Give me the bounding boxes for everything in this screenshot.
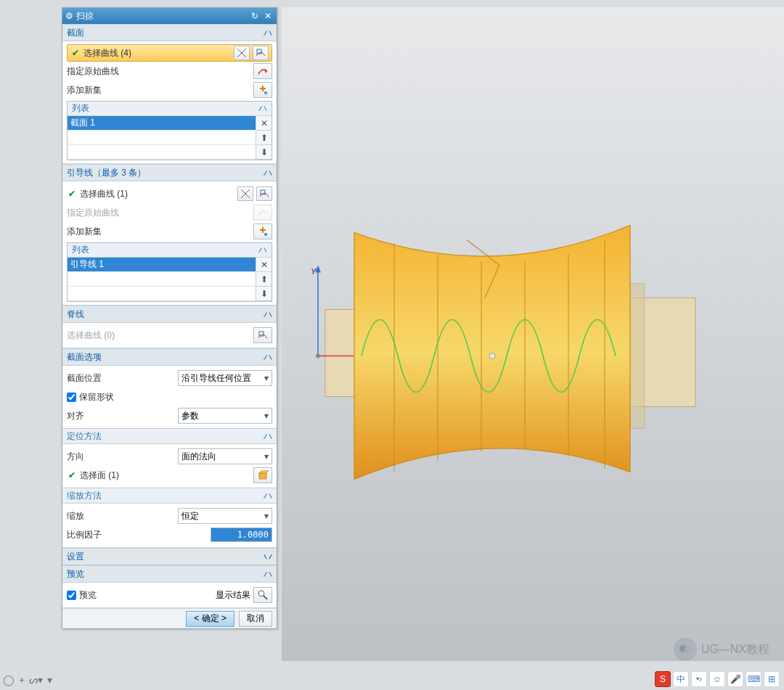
move-up-icon[interactable]: ⬆ xyxy=(256,131,271,145)
remove-icon[interactable]: ✕ xyxy=(256,258,271,272)
add-new-icon[interactable] xyxy=(253,82,272,98)
chevron-up-icon: ハ xyxy=(264,568,272,580)
section-head-jmxx[interactable]: 截面选项 ハ xyxy=(62,348,277,366)
specify-orig-label: 指定原始曲线 xyxy=(67,207,250,219)
keep-shape-checkbox[interactable] xyxy=(67,393,76,402)
check-icon: ✔ xyxy=(67,189,77,199)
ime-taskbar: S 中 •› ☺ 🎤 ⌨ ⊞ xyxy=(655,671,780,687)
dropdown-icon[interactable]: ▾ xyxy=(47,674,52,686)
ime-lang-icon[interactable]: 中 xyxy=(673,671,689,687)
watermark: UG—NX教程 xyxy=(674,638,769,661)
panel-footer: < 确定 > 取消 xyxy=(62,608,277,628)
svg-point-21 xyxy=(264,233,267,236)
reset-icon[interactable]: ↻ xyxy=(249,10,261,22)
add-new-label: 添加新集 xyxy=(67,84,250,96)
scale-method-head[interactable]: 缩放方法 ハ xyxy=(62,488,277,504)
chevron-up-icon: ハ xyxy=(264,308,272,321)
list-head-jm[interactable]: 列表 ハ xyxy=(68,102,271,116)
section-title-settings: 设置 xyxy=(67,551,84,563)
pos-select[interactable]: 沿引导线任何位置▾ xyxy=(178,370,272,386)
curve-icon[interactable] xyxy=(253,46,269,60)
chevron-down-icon: ▾ xyxy=(264,451,269,461)
specify-orig-row-jm[interactable]: 指定原始曲线 xyxy=(67,62,272,81)
preview-checkbox[interactable] xyxy=(67,591,76,600)
select-curve-row-jm[interactable]: ✔ 选择曲线 (4) xyxy=(67,44,272,62)
move-down-icon[interactable]: ⬇ xyxy=(256,145,271,160)
ime-keyboard-icon[interactable]: ⌨ xyxy=(746,671,761,687)
section-head-preview[interactable]: 预览 ハ xyxy=(62,565,277,583)
scale-select[interactable]: 恒定▾ xyxy=(178,508,272,524)
list-title: 列表 xyxy=(72,102,89,115)
ime-sogou-icon[interactable]: S xyxy=(655,671,671,687)
intersect-icon[interactable] xyxy=(234,46,250,60)
plus-icon[interactable]: + xyxy=(19,674,25,686)
list-item[interactable]: 引导线 1 xyxy=(68,258,256,272)
list-item[interactable] xyxy=(68,131,256,145)
bottom-toolbar: ◯ + ᔕ▾ ▾ xyxy=(3,674,52,686)
section-head-ydl[interactable]: 引导线（最多 3 条） ハ xyxy=(62,164,277,181)
select-face-row[interactable]: ✔ 选择面 (1) xyxy=(67,466,272,485)
section-title-jm: 截面 xyxy=(67,27,84,39)
list-head-ydl[interactable]: 列表 ハ xyxy=(68,243,271,258)
remove-icon[interactable]: ✕ xyxy=(256,116,271,131)
specify-orig-row-ydl: 指定原始曲线 xyxy=(67,203,272,222)
move-up-icon[interactable]: ⬆ xyxy=(256,272,271,287)
pos-value: 沿引导线任何位置 xyxy=(181,372,251,385)
move-down-icon[interactable]: ⬇ xyxy=(256,287,271,301)
curve-icon[interactable] xyxy=(256,186,272,201)
list-jm: 列表 ハ 截面 1 ✕ ⬆ ⬇ xyxy=(67,101,272,160)
ime-emoji-icon[interactable]: ☺ xyxy=(709,671,725,687)
list-item[interactable]: 截面 1 xyxy=(68,116,256,131)
ratio-label: 比例因子 xyxy=(67,529,208,541)
list-title: 列表 xyxy=(72,244,89,256)
select-curve-row-ydl[interactable]: ✔ 选择曲线 (1) xyxy=(67,184,272,203)
add-new-label: 添加新集 xyxy=(67,226,250,238)
chevron-up-icon: ハ xyxy=(264,167,272,179)
curve-tool-icon[interactable]: ᔕ▾ xyxy=(29,674,43,686)
scale-label: 缩放 xyxy=(67,510,175,522)
select-curve-row-jx[interactable]: 选择曲线 (0) xyxy=(67,326,272,345)
add-new-row-ydl[interactable]: 添加新集 xyxy=(67,222,272,241)
ime-punct-icon[interactable]: •› xyxy=(691,671,707,687)
svg-point-25 xyxy=(258,591,264,596)
cancel-button[interactable]: 取消 xyxy=(239,611,272,627)
close-icon[interactable]: ✕ xyxy=(262,10,274,22)
sweep-panel: ⚙ 扫掠 ↻ ✕ 截面 ハ ✔ 选择曲线 (4) 指定原始曲线 添加新集 列表 xyxy=(62,7,277,629)
gear-icon: ⚙ xyxy=(65,11,73,21)
loc-method-title: 定位方法 xyxy=(67,430,102,443)
section-head-jx[interactable]: 脊线 ハ xyxy=(62,305,277,323)
show-result-icon[interactable] xyxy=(253,587,272,603)
svg-rect-23 xyxy=(259,473,266,479)
intersect-icon[interactable] xyxy=(237,186,253,201)
select-face-label: 选择面 (1) xyxy=(80,469,250,482)
list-item[interactable] xyxy=(68,272,256,287)
add-new-row-jm[interactable]: 添加新集 xyxy=(67,81,272,99)
list-item[interactable] xyxy=(68,287,256,301)
ratio-input[interactable]: 1.0000 xyxy=(211,527,272,542)
ok-button[interactable]: < 确定 > xyxy=(186,611,234,627)
section-head-settings[interactable]: 设置 ハ xyxy=(62,548,277,565)
chevron-down-icon: ▾ xyxy=(264,411,269,421)
panel-titlebar[interactable]: ⚙ 扫掠 ↻ ✕ xyxy=(62,8,277,24)
circle-icon[interactable]: ◯ xyxy=(3,674,15,686)
loc-method-head[interactable]: 定位方法 ハ xyxy=(62,428,277,444)
add-new-icon[interactable] xyxy=(253,223,272,239)
ime-settings-icon[interactable]: ⊞ xyxy=(764,671,780,687)
wechat-icon xyxy=(674,638,697,661)
section-head-jm[interactable]: 截面 ハ xyxy=(62,24,277,41)
show-result-label: 显示结果 xyxy=(216,589,250,601)
specify-orig-label: 指定原始曲线 xyxy=(67,65,250,78)
viewport[interactable] xyxy=(282,7,784,661)
dir-label: 方向 xyxy=(67,451,175,463)
face-icon[interactable] xyxy=(253,467,272,483)
curve-icon[interactable] xyxy=(253,327,272,343)
list-item[interactable] xyxy=(68,145,256,160)
chevron-down-icon: ▾ xyxy=(264,511,269,521)
chevron-up-icon: ハ xyxy=(264,430,272,443)
align-select[interactable]: 参数▾ xyxy=(178,408,272,424)
orig-curve-icon[interactable] xyxy=(253,63,272,79)
ime-mic-icon[interactable]: 🎤 xyxy=(727,671,743,687)
section-title-preview: 预览 xyxy=(67,568,84,580)
dir-select[interactable]: 面的法向▾ xyxy=(178,448,272,464)
svg-point-28 xyxy=(685,647,690,653)
